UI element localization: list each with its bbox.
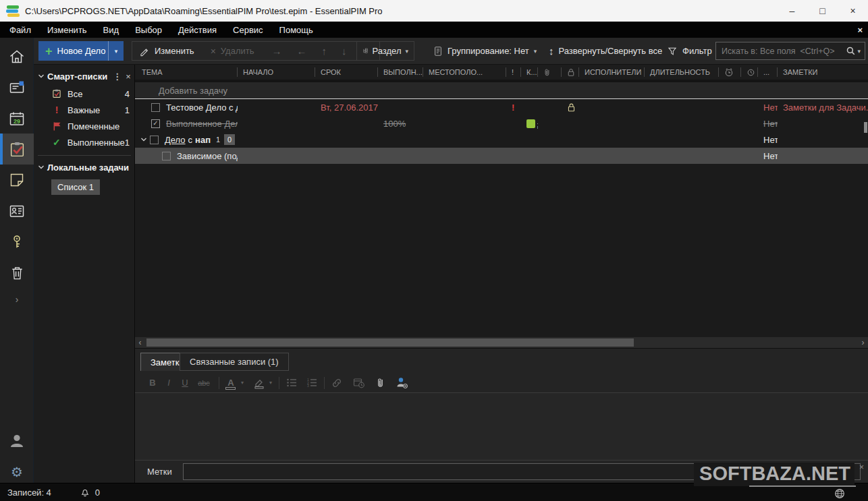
grouping-button[interactable]: Группирование: Нет ▾ — [433, 41, 537, 61]
column-attachment[interactable] — [538, 67, 562, 77]
section-button[interactable]: Раздел ▾ — [356, 41, 414, 61]
watermark-close-icon[interactable]: × — [859, 463, 864, 472]
column-priority[interactable]: ! — [506, 67, 521, 77]
insert-date-button[interactable] — [350, 376, 367, 390]
menu-view[interactable]: Вид — [95, 25, 128, 35]
underline-button[interactable]: U — [177, 376, 193, 390]
task-list-item-list1[interactable]: Список 1 — [51, 179, 100, 195]
rail-expand-button[interactable]: › — [0, 286, 34, 313]
move-down-button[interactable]: ↓ — [342, 45, 347, 57]
menu-edit[interactable]: Изменить — [39, 25, 95, 35]
table-row-selected[interactable]: Зависимое (под Нет — [135, 148, 868, 164]
scroll-left-icon[interactable]: ‹ — [135, 338, 145, 347]
overdue-badge: 0 — [224, 134, 235, 145]
smart-lists-panel: Смарт-списки ⋮ × Все 4 ! Важные 1 Помече… — [34, 65, 135, 483]
module-contacts-button[interactable] — [0, 198, 34, 225]
edit-button[interactable]: Изменить — [139, 46, 194, 57]
task-checkbox[interactable] — [162, 152, 171, 160]
module-passwords-button[interactable] — [0, 229, 34, 256]
tab-related-records[interactable]: Связанные записи (1) — [180, 353, 289, 371]
chevron-down-icon[interactable] — [38, 73, 45, 79]
numbered-list-button[interactable]: 123 — [304, 376, 320, 390]
menu-actions[interactable]: Действия — [170, 25, 225, 35]
table-row[interactable]: Тестовое Дело с д Вт, 27.06.2017 ! Нет З… — [135, 99, 868, 115]
insert-link-button[interactable] — [329, 376, 345, 390]
scroll-right-icon[interactable]: › — [858, 338, 868, 347]
highlight-button[interactable] — [252, 376, 267, 390]
move-left-button[interactable]: ← — [296, 45, 306, 57]
expander-chevron-icon[interactable] — [139, 137, 148, 142]
user-account-button[interactable] — [0, 428, 34, 454]
column-assignees[interactable]: ИСПОЛНИТЕЛИ — [579, 67, 645, 77]
font-color-button[interactable]: A — [223, 376, 238, 390]
module-tasks-button[interactable] — [0, 136, 34, 163]
menu-file[interactable]: Файл — [1, 25, 39, 35]
local-tasks-header[interactable]: Локальные задачи — [34, 159, 135, 175]
maximize-button[interactable]: □ — [807, 0, 838, 22]
notes-editor[interactable] — [135, 394, 868, 461]
column-recurrence[interactable] — [741, 67, 758, 77]
column-reminder[interactable] — [719, 67, 741, 77]
column-subject[interactable]: ТЕМА — [135, 67, 238, 77]
column-start[interactable]: НАЧАЛО — [238, 67, 315, 77]
column-more[interactable]: ... — [758, 67, 778, 77]
module-trash-button[interactable] — [0, 260, 34, 287]
filter-button[interactable]: Фильтр — [667, 41, 712, 61]
link-contact-button[interactable] — [394, 376, 410, 390]
module-notes-button[interactable] — [0, 167, 34, 194]
panel-close-icon[interactable]: × — [126, 71, 131, 82]
column-done[interactable]: ВЫПОЛН... — [378, 67, 423, 77]
smart-list-flagged[interactable]: Помеченные — [34, 118, 135, 134]
section-dropdown-icon: ▾ — [405, 48, 408, 55]
tree-icon — [362, 46, 369, 56]
menu-help[interactable]: Помощь — [271, 25, 321, 35]
module-today-button[interactable] — [0, 43, 34, 70]
divider — [38, 155, 131, 156]
horizontal-scrollbar-thumb[interactable] — [146, 338, 634, 347]
bullet-list-button[interactable] — [283, 376, 300, 390]
task-checkbox[interactable] — [150, 136, 159, 144]
smart-list-all[interactable]: Все 4 — [34, 86, 135, 102]
highlight-dropdown-icon[interactable]: ▾ — [267, 380, 275, 386]
vertical-scrollbar-thumb[interactable] — [864, 122, 867, 133]
italic-button[interactable]: I — [161, 376, 177, 390]
column-location[interactable]: МЕСТОПОЛО... — [423, 67, 506, 77]
move-up-button[interactable]: ↑ — [321, 45, 327, 57]
column-due[interactable]: СРОК — [315, 67, 378, 77]
task-checkbox[interactable]: ✓ — [151, 119, 160, 128]
settings-button[interactable]: ⚙ — [0, 459, 34, 485]
new-task-button[interactable]: + Новое Дело ▾ — [38, 41, 124, 61]
delete-button[interactable]: × Удалить — [211, 46, 254, 56]
menu-tools[interactable]: Сервис — [225, 25, 271, 35]
search-icon[interactable] — [846, 46, 856, 56]
kebab-menu-icon[interactable]: ⋮ — [113, 71, 121, 82]
menubar-close-icon[interactable]: × — [857, 22, 863, 38]
module-calendar-button[interactable]: 29 — [0, 105, 34, 132]
column-notes[interactable]: ЗАМЕТКИ — [778, 67, 868, 77]
gear-icon: ⚙ — [11, 464, 23, 480]
font-color-dropdown-icon[interactable]: ▾ — [238, 380, 246, 386]
close-button[interactable]: × — [838, 0, 868, 22]
column-lock[interactable] — [562, 67, 579, 77]
smart-list-completed[interactable]: ✓ Выполненные 1 — [34, 134, 135, 150]
search-input[interactable] — [716, 47, 846, 56]
column-duration[interactable]: ДЛИТЕЛЬНОСТЬ — [645, 67, 719, 77]
bold-button[interactable]: B — [144, 376, 161, 390]
column-category[interactable]: К... — [521, 67, 538, 77]
expand-collapse-button[interactable]: ↕ Развернуть/Свернуть все — [549, 41, 662, 61]
smart-list-important[interactable]: ! Важные 1 — [34, 102, 135, 118]
module-mail-button[interactable] — [0, 74, 34, 101]
strikethrough-button[interactable]: abc — [193, 376, 215, 390]
add-task-row[interactable]: Добавить задачу — [135, 82, 868, 98]
bell-icon[interactable] — [80, 487, 90, 498]
move-right-button[interactable]: → — [271, 45, 281, 57]
task-checkbox[interactable] — [151, 103, 160, 112]
menu-select[interactable]: Выбор — [127, 25, 170, 35]
minimize-button[interactable]: – — [777, 0, 807, 22]
attach-file-button[interactable] — [372, 376, 388, 390]
search-dropdown-icon[interactable]: ▾ — [857, 48, 861, 55]
horizontal-scrollbar[interactable]: ‹ › — [135, 337, 868, 348]
table-row[interactable]: Дело с нап 1 0 Нет — [135, 131, 868, 148]
table-row[interactable]: ✓Выполненное Дел 100% Д Нет — [135, 115, 868, 131]
new-task-dropdown[interactable]: ▾ — [108, 41, 124, 61]
